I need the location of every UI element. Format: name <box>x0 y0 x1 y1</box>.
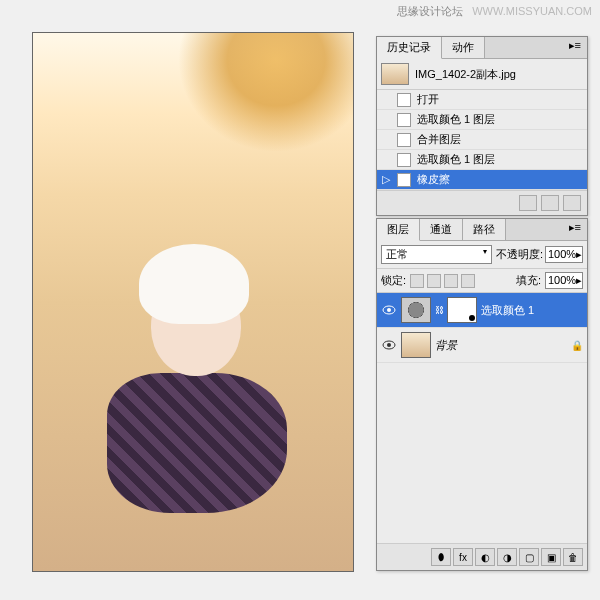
layers-panel: 图层 通道 路径 ▸≡ 正常 ▾ 不透明度: 100%▸ 锁定: <box>376 218 588 571</box>
blend-mode-select[interactable]: 正常 ▾ <box>381 245 492 264</box>
tab-actions[interactable]: 动作 <box>442 37 485 58</box>
svg-point-1 <box>387 308 391 312</box>
history-item[interactable]: 选取颜色 1 图层 <box>377 150 587 170</box>
new-snapshot-button[interactable] <box>519 195 537 211</box>
layer-list: ⛓ 选取颜色 1 背景 🔒 <box>377 293 587 543</box>
link-layers-button[interactable]: ⬮ <box>431 548 451 566</box>
layer-row[interactable]: 背景 🔒 <box>377 328 587 363</box>
lock-all-icon[interactable] <box>461 274 475 288</box>
lock-position-icon[interactable] <box>444 274 458 288</box>
history-item[interactable]: 选取颜色 1 图层 <box>377 110 587 130</box>
panel-menu-icon[interactable]: ▸≡ <box>563 37 587 58</box>
visibility-toggle[interactable] <box>381 303 397 317</box>
watermark: 思缘设计论坛 WWW.MISSYUAN.COM <box>397 4 592 19</box>
history-pointer-icon: ▷ <box>381 173 391 186</box>
history-item[interactable]: 合并图层 <box>377 130 587 150</box>
photo-leaves <box>161 33 353 168</box>
opacity-input[interactable]: 100%▸ <box>545 246 583 263</box>
layer-name[interactable]: 背景 <box>435 338 567 353</box>
chevron-down-icon: ▾ <box>483 247 487 262</box>
chevron-right-icon: ▸ <box>576 248 582 261</box>
layer-group-button[interactable]: ▢ <box>519 548 539 566</box>
new-layer-button[interactable]: ▣ <box>541 548 561 566</box>
eraser-icon <box>397 173 411 187</box>
snapshot-thumb <box>381 63 409 85</box>
opacity-label: 不透明度: <box>496 247 543 262</box>
adjustment-layer-button[interactable]: ◑ <box>497 548 517 566</box>
history-item[interactable]: 打开 <box>377 90 587 110</box>
lock-icon: 🔒 <box>571 340 583 351</box>
visibility-toggle[interactable] <box>381 338 397 352</box>
lock-pixels-icon[interactable] <box>427 274 441 288</box>
delete-layer-button[interactable]: 🗑 <box>563 548 583 566</box>
open-icon <box>397 93 411 107</box>
fill-input[interactable]: 100%▸ <box>545 272 583 289</box>
lock-label: 锁定: <box>381 273 406 288</box>
history-item[interactable]: ▷ 橡皮擦 <box>377 170 587 190</box>
tab-channels[interactable]: 通道 <box>420 219 463 240</box>
layer-thumb[interactable] <box>401 332 431 358</box>
tab-history[interactable]: 历史记录 <box>377 37 442 59</box>
history-snapshot[interactable]: IMG_1402-2副本.jpg <box>377 59 587 89</box>
lock-transparency-icon[interactable] <box>410 274 424 288</box>
svg-point-3 <box>387 343 391 347</box>
layer-row[interactable]: ⛓ 选取颜色 1 <box>377 293 587 328</box>
layer-mask-button[interactable]: ◐ <box>475 548 495 566</box>
photo-portrait <box>97 237 289 560</box>
layer-icon <box>397 113 411 127</box>
layer-fx-button[interactable]: fx <box>453 548 473 566</box>
chevron-right-icon: ▸ <box>576 274 582 287</box>
merge-icon <box>397 133 411 147</box>
panel-menu-icon[interactable]: ▸≡ <box>563 219 587 240</box>
history-list: 打开 选取颜色 1 图层 合并图层 选取颜色 1 图层 ▷ 橡皮擦 <box>377 89 587 190</box>
mask-thumb[interactable] <box>447 297 477 323</box>
snapshot-filename: IMG_1402-2副本.jpg <box>415 67 516 82</box>
tab-paths[interactable]: 路径 <box>463 219 506 240</box>
tab-layers[interactable]: 图层 <box>377 219 420 241</box>
new-document-button[interactable] <box>541 195 559 211</box>
adjustment-thumb[interactable] <box>401 297 431 323</box>
layer-icon <box>397 153 411 167</box>
history-panel: 历史记录 动作 ▸≡ IMG_1402-2副本.jpg 打开 选取颜色 1 图层… <box>376 36 588 216</box>
delete-button[interactable] <box>563 195 581 211</box>
layer-name[interactable]: 选取颜色 1 <box>481 303 583 318</box>
link-icon[interactable]: ⛓ <box>435 305 443 315</box>
fill-label: 填充: <box>516 273 541 288</box>
image-canvas[interactable] <box>32 32 354 572</box>
